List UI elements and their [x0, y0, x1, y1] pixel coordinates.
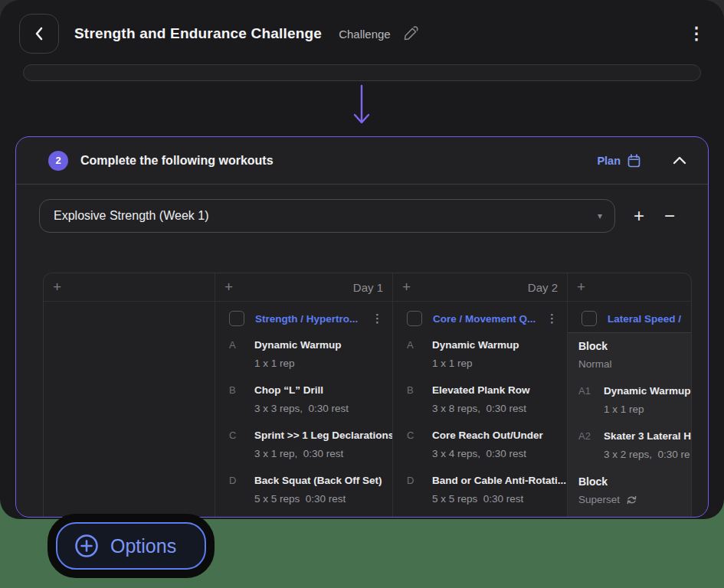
- challenge-type-label: Challenge: [339, 28, 391, 41]
- exercise-name: Dynamic Warmup: [254, 336, 342, 354]
- chevron-up-icon: [673, 156, 686, 165]
- options-button-highlight-ring: Options: [48, 514, 215, 578]
- exercise-row[interactable]: B Chop “L” Drill3 x 3 reps, 0:30 rest: [229, 381, 392, 418]
- block-header[interactable]: Block Superset: [578, 472, 691, 509]
- dropdown-caret-icon: ▾: [598, 211, 602, 221]
- exercise-detail: 5 x 5 reps 0:30 rest: [432, 490, 566, 508]
- exercise-row[interactable]: B Elevated Plank Row3 x 8 reps, 0:30 res…: [407, 381, 567, 418]
- workout-title-row: Strength / Hypertro... ⋮: [215, 302, 392, 332]
- exercise-name: Dynamic Warmup: [604, 382, 691, 400]
- exercise-row[interactable]: A Dynamic Warmup1 x 1 rep: [229, 336, 392, 373]
- grid-header-cell-day1: + Day 1: [215, 273, 393, 301]
- exercise-label: D: [229, 472, 254, 508]
- grid-cell-day2: Core / Movement Q... ⋮ A Dynamic Warmup1…: [393, 302, 568, 518]
- add-workout-icon[interactable]: +: [224, 279, 233, 296]
- exercise-row[interactable]: A2 Skater 3 Lateral Ho3 x 2 reps, 0:30 r…: [578, 427, 691, 464]
- exercise-name: Core Reach Out/Under: [432, 426, 543, 445]
- collapsed-step-card[interactable]: [23, 64, 701, 81]
- add-workout-icon[interactable]: +: [577, 279, 585, 296]
- exercise-detail: 1 x 1 rep: [254, 354, 342, 373]
- workout-checkbox[interactable]: [229, 311, 244, 326]
- app-window: Strength and Endurance Challenge Challen…: [0, 0, 724, 519]
- workout-title-link[interactable]: Core / Movement Q...: [433, 313, 542, 325]
- exercise-label: C: [229, 426, 254, 463]
- workout-title-row: Lateral Speed / Ply: [568, 302, 691, 332]
- options-button[interactable]: Options: [56, 522, 206, 570]
- plan-label: Plan: [597, 155, 621, 167]
- collapse-section-button[interactable]: [673, 156, 686, 165]
- block-title: Block: [578, 337, 691, 355]
- week-selector[interactable]: Explosive Strength (Week 1) ▾: [39, 199, 615, 233]
- grid-header-row: + + Day 1 + Day 2 +: [44, 273, 691, 302]
- add-week-button[interactable]: +: [634, 207, 644, 225]
- exercise-label: B: [229, 381, 254, 418]
- exercise-detail: 1 x 1 rep: [604, 400, 691, 419]
- exercise-row[interactable]: D Band or Cable Anti-Rotati...5 x 5 reps…: [407, 472, 567, 508]
- day-label: Day 2: [528, 281, 558, 294]
- week-selector-value: Explosive Strength (Week 1): [54, 209, 208, 223]
- exercise-label: D: [407, 472, 432, 508]
- block-header[interactable]: Block Normal: [578, 337, 691, 374]
- step-number-badge: 2: [48, 151, 68, 171]
- plan-button[interactable]: Plan: [597, 154, 640, 168]
- workout-title-link[interactable]: Strength / Hypertro...: [255, 313, 367, 325]
- block-subtitle: Superset: [578, 491, 620, 509]
- workout-menu-icon[interactable]: ⋮: [546, 312, 558, 325]
- grid-header-cell-day2: + Day 2: [393, 273, 568, 301]
- add-workout-icon[interactable]: +: [402, 279, 411, 296]
- exercise-name: Elevated Plank Row: [432, 381, 530, 400]
- exercise-row[interactable]: A Dynamic Warmup1 x 1 rep: [407, 336, 567, 373]
- exercise-row[interactable]: A1 Dynamic Warmup1 x 1 rep: [578, 382, 691, 419]
- workout-menu-icon[interactable]: ⋮: [372, 312, 383, 325]
- block-subtitle: Normal: [578, 355, 612, 374]
- exercise-detail: 3 x 8 reps, 0:30 rest: [432, 400, 530, 418]
- add-workout-icon[interactable]: +: [53, 279, 61, 296]
- exercise-row[interactable]: C Sprint >> 1 Leg Declarations3 x 1 rep,…: [229, 426, 392, 463]
- workout-checkbox[interactable]: [581, 311, 597, 326]
- options-button-label: Options: [110, 535, 176, 557]
- edit-pencil-icon[interactable]: [403, 26, 418, 41]
- workout-title-link[interactable]: Lateral Speed / Ply: [608, 313, 682, 325]
- overflow-menu-icon[interactable]: ⋮: [688, 25, 705, 42]
- exercise-row[interactable]: D Back Squat (Back Off Set)5 x 5 reps 0:…: [229, 472, 392, 508]
- workout-blocks-panel: Block Normal A1 Dynamic Warmup1 x 1 rep …: [568, 332, 691, 518]
- exercise-label: B: [407, 381, 432, 418]
- exercise-name: Chop “L” Drill: [254, 381, 349, 400]
- day-label: Day 1: [353, 281, 383, 294]
- top-bar: Strength and Endurance Challenge Challen…: [19, 14, 705, 54]
- workout-checkbox[interactable]: [407, 311, 422, 326]
- exercise-name: Skater 3 Lateral Ho: [604, 427, 691, 446]
- exercise-label: A2: [578, 427, 604, 464]
- exercise-detail: 3 x 2 reps, 0:30 re: [604, 446, 691, 464]
- exercise-name: Band or Cable Anti-Rotati...: [432, 472, 566, 490]
- exercise-detail: 5 x 5 reps 0:30 rest: [254, 490, 382, 508]
- grid-header-cell-day3: +: [568, 273, 691, 301]
- page-title: Strength and Endurance Challenge: [74, 25, 322, 42]
- plus-circle-icon: [74, 534, 99, 558]
- chevron-left-icon: [34, 27, 44, 41]
- calendar-icon: [627, 154, 640, 168]
- workout-grid: + + Day 1 + Day 2 +: [43, 273, 692, 518]
- step-title: Complete the following workouts: [80, 154, 274, 168]
- exercise-detail: 1 x 1 rep: [432, 354, 519, 373]
- grid-header-cell-rest: +: [44, 273, 215, 301]
- grid-cell-day1: Strength / Hypertro... ⋮ A Dynamic Warmu…: [215, 302, 393, 518]
- exercise-label: A: [229, 336, 254, 373]
- grid-body-row: Strength / Hypertro... ⋮ A Dynamic Warmu…: [44, 302, 691, 518]
- exercise-name: Dynamic Warmup: [432, 336, 519, 354]
- workout-title-row: Core / Movement Q... ⋮: [393, 302, 567, 332]
- exercise-row[interactable]: C Core Reach Out/Under3 x 4 reps, 0:30 r…: [407, 426, 567, 463]
- step-card-header: 2 Complete the following workouts Plan: [16, 137, 708, 185]
- back-button[interactable]: [19, 14, 59, 54]
- superset-cycle-icon: [626, 495, 637, 505]
- exercise-label: A: [407, 336, 432, 373]
- exercise-detail: 3 x 1 rep, 0:30 rest: [254, 445, 393, 463]
- exercise-label: C: [407, 426, 432, 463]
- remove-week-button[interactable]: −: [664, 207, 675, 225]
- flow-arrow-down-icon: [351, 84, 372, 127]
- exercise-name: Sprint >> 1 Leg Declarations: [254, 426, 393, 445]
- exercise-name: Back Squat (Back Off Set): [254, 472, 382, 490]
- exercise-detail: 3 x 3 reps, 0:30 rest: [254, 400, 349, 418]
- block-title: Block: [578, 472, 691, 491]
- step-2-card: 2 Complete the following workouts Plan E…: [15, 136, 709, 518]
